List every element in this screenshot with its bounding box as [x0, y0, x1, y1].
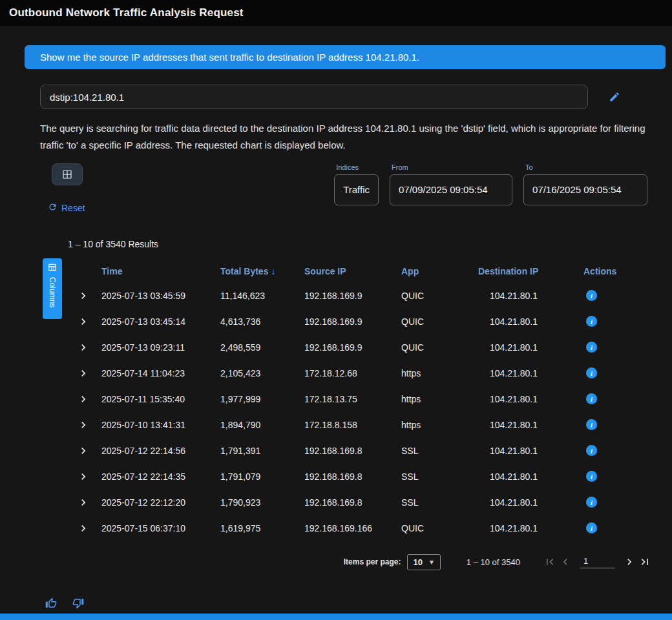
first-page-button[interactable] [542, 554, 558, 570]
cell-destination-ip: 104.21.80.1 [478, 291, 583, 301]
top-bar: Outbound Network Traffic Analysis Reques… [0, 0, 672, 26]
from-datetime-input[interactable]: 07/09/2025 09:05:54 [390, 174, 512, 205]
results-summary: 1 – 10 of 3540 Results [68, 239, 666, 249]
cell-source-ip: 172.18.8.158 [304, 420, 401, 430]
pencil-icon [609, 95, 620, 105]
controls-row: Reset Indices Traffic From 07/09/2025 09… [40, 163, 666, 214]
columns-button-label: Columns [48, 277, 57, 307]
table-row: 2025-07-13 03:45:14 4,613,736 192.168.16… [68, 309, 653, 335]
from-field: From 07/09/2025 09:05:54 [390, 163, 512, 214]
header-app[interactable]: App [401, 266, 478, 276]
cell-destination-ip: 104.21.80.1 [478, 342, 583, 353]
info-icon[interactable]: i [586, 471, 597, 482]
thumbs-down-icon [72, 601, 84, 611]
indices-field: Indices Traffic [334, 163, 379, 214]
items-per-page-value: 10 [413, 557, 422, 567]
cell-destination-ip: 104.21.80.1 [478, 523, 583, 533]
cell-destination-ip: 104.21.80.1 [478, 368, 583, 378]
header-time[interactable]: Time [101, 266, 220, 276]
query-input[interactable] [40, 85, 588, 109]
info-icon[interactable]: i [586, 497, 597, 508]
table-row: 2025-07-12 22:14:56 1,791,391 192.168.16… [68, 438, 653, 464]
expand-row-button[interactable] [68, 393, 101, 406]
chevron-right-icon [77, 371, 90, 382]
expand-row-button[interactable] [68, 367, 101, 380]
cell-actions: i [583, 445, 653, 457]
table-row: 2025-07-12 22:14:35 1,791,079 192.168.16… [68, 464, 653, 490]
cell-actions: i [583, 290, 653, 302]
info-icon[interactable]: i [586, 393, 597, 404]
to-datetime-input[interactable]: 07/16/2025 09:05:54 [523, 174, 647, 205]
cell-app: QUIC [401, 291, 478, 301]
table-icon [48, 263, 57, 274]
indices-label: Indices [336, 163, 379, 171]
info-icon[interactable]: i [586, 367, 597, 378]
to-value: 07/16/2025 09:05:54 [532, 184, 622, 195]
edit-query-button[interactable] [606, 88, 623, 105]
to-field: To 07/16/2025 09:05:54 [523, 163, 647, 214]
prompt-banner: Show me the source IP addresses that sen… [25, 45, 666, 69]
header-destination-ip[interactable]: Destination IP [478, 266, 583, 276]
thumbs-down-button[interactable] [72, 597, 84, 609]
pagination-range: 1 – 10 of 3540 [467, 557, 520, 567]
info-icon[interactable]: i [586, 522, 597, 533]
cell-destination-ip: 104.21.80.1 [478, 471, 583, 482]
cell-source-ip: 172.18.13.75 [304, 394, 401, 404]
page-number-input[interactable] [580, 556, 615, 568]
table-row: 2025-07-10 13:41:31 1,894,790 172.18.8.1… [68, 412, 653, 438]
indices-select[interactable]: Traffic [334, 174, 379, 205]
items-per-page-label: Items per page: [344, 557, 401, 566]
expand-row-button[interactable] [68, 289, 101, 302]
cell-source-ip: 192.168.169.166 [304, 523, 401, 533]
cell-destination-ip: 104.21.80.1 [478, 316, 583, 327]
columns-button[interactable]: Columns [43, 258, 62, 319]
from-value: 07/09/2025 09:05:54 [399, 184, 488, 195]
cell-total-bytes: 4,613,736 [220, 316, 304, 327]
cell-destination-ip: 104.21.80.1 [478, 446, 583, 456]
main-content: Show me the source IP addresses that sen… [0, 26, 672, 609]
info-icon[interactable]: i [586, 290, 597, 301]
header-total-bytes[interactable]: Total Bytes↓ [220, 266, 304, 276]
expand-row-button[interactable] [68, 341, 101, 354]
table-row: 2025-07-11 15:35:40 1,977,999 172.18.13.… [68, 386, 653, 412]
cell-app: https [401, 420, 478, 430]
prompt-banner-text: Show me the source IP addresses that sen… [40, 52, 419, 63]
items-per-page-select[interactable]: 10 ▼ [407, 554, 440, 570]
info-icon[interactable]: i [586, 445, 597, 456]
previous-page-button[interactable] [558, 554, 573, 570]
info-icon[interactable]: i [586, 342, 597, 353]
cell-source-ip: 192.168.169.8 [304, 497, 401, 508]
last-page-button[interactable] [637, 554, 653, 570]
chevron-left-icon [559, 561, 572, 570]
next-page-button[interactable] [622, 554, 637, 570]
info-icon[interactable]: i [586, 419, 597, 430]
expand-row-button[interactable] [68, 315, 101, 328]
cell-actions: i [583, 471, 653, 482]
grid-icon [61, 169, 73, 180]
chevron-right-icon [77, 475, 90, 485]
expand-row-button[interactable] [68, 496, 101, 509]
chevron-right-icon [623, 561, 636, 570]
cell-source-ip: 192.168.169.9 [304, 291, 401, 301]
cell-actions: i [583, 342, 653, 353]
thumbs-up-button[interactable] [45, 597, 57, 609]
cell-actions: i [583, 393, 653, 405]
cell-time: 2025-07-14 11:04:23 [101, 368, 220, 378]
query-explanation: The query is searching for traffic data … [40, 120, 650, 154]
expand-row-button[interactable] [68, 418, 101, 431]
info-icon[interactable]: i [586, 316, 597, 327]
query-row [40, 85, 666, 109]
cell-time: 2025-07-12 22:14:56 [101, 446, 220, 456]
expand-row-button[interactable] [68, 444, 101, 457]
cell-total-bytes: 2,498,559 [220, 342, 304, 353]
reset-button[interactable]: Reset [44, 202, 89, 214]
cell-app: SSL [401, 446, 478, 456]
filter-fields: Indices Traffic From 07/09/2025 09:05:54… [334, 163, 647, 214]
expand-row-button[interactable] [68, 522, 101, 535]
chart-type-button[interactable] [52, 163, 83, 185]
expand-row-button[interactable] [68, 470, 101, 483]
cell-actions: i [583, 419, 653, 431]
cell-total-bytes: 1,791,079 [220, 471, 304, 482]
header-source-ip[interactable]: Source IP [304, 266, 401, 276]
cell-actions: i [583, 367, 653, 379]
